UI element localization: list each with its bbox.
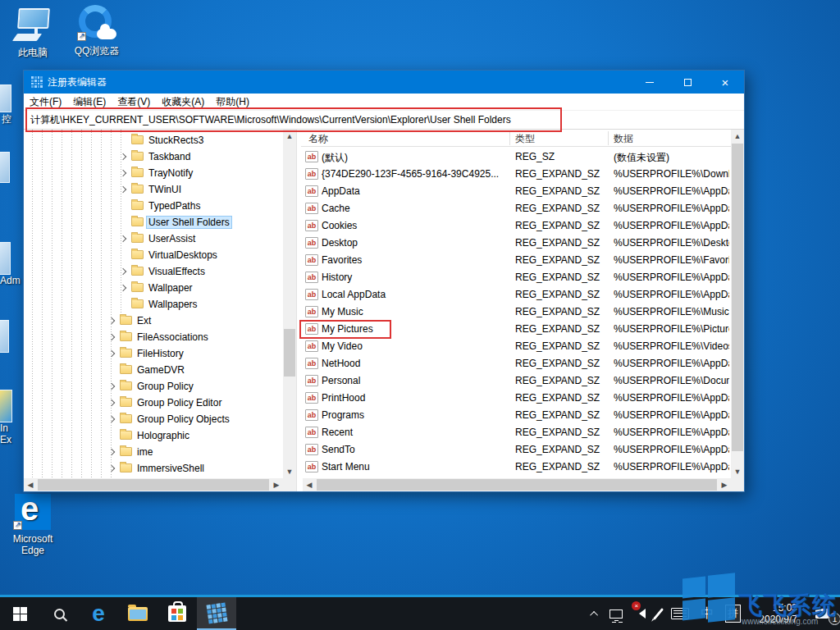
table-row[interactable]: abNetHoodREG_EXPAND_SZ%USERPROFILE%\AppD… xyxy=(301,355,731,372)
tree-item-label[interactable]: Wallpapers xyxy=(146,298,200,311)
table-row[interactable]: abHistoryREG_EXPAND_SZ%USERPROFILE%\AppD… xyxy=(301,269,731,286)
list-vertical-scrollbar[interactable]: ▲ ▼ xyxy=(731,130,744,478)
tree-item-label[interactable]: Holographic xyxy=(135,429,192,442)
network-button[interactable] xyxy=(604,597,628,630)
tree-item-label[interactable]: ime xyxy=(135,445,155,459)
ime-language-button[interactable]: 中 xyxy=(695,597,719,630)
value-name[interactable]: (默认) xyxy=(322,151,507,165)
tree-item[interactable]: GameDVR xyxy=(24,362,283,378)
table-row[interactable]: abSendToREG_EXPAND_SZ%USERPROFILE%\AppDa xyxy=(301,441,731,459)
taskbar-edge-button[interactable]: e xyxy=(79,597,118,630)
tree-item-label[interactable]: TrayNotify xyxy=(146,167,195,180)
scroll-right-icon[interactable]: ▶ xyxy=(270,478,283,491)
tree-item[interactable]: Group Policy xyxy=(24,378,283,395)
scroll-left-icon[interactable]: ◀ xyxy=(24,478,37,491)
value-name[interactable]: {374DE290-123F-4565-9164-39C4925... xyxy=(322,168,507,180)
expand-chevron-icon[interactable] xyxy=(120,235,126,242)
expand-chevron-icon[interactable] xyxy=(108,465,115,472)
clock[interactable]: 15:03 2020/9/7 xyxy=(746,597,810,630)
menu-item[interactable]: 查看(V) xyxy=(112,93,156,112)
maximize-button[interactable] xyxy=(669,71,706,94)
partial-desktop-icon[interactable]: Adm xyxy=(0,242,21,286)
table-row[interactable]: abFavoritesREG_EXPAND_SZ%USERPROFILE%\Fa… xyxy=(301,252,731,269)
expand-chevron-icon[interactable] xyxy=(108,350,115,357)
scroll-left-icon[interactable]: ◀ xyxy=(303,478,316,491)
tree-item-label[interactable]: Ext xyxy=(135,314,153,327)
tree-item[interactable]: TypedPaths xyxy=(24,198,283,214)
value-name[interactable]: My Video xyxy=(322,340,507,352)
start-button[interactable] xyxy=(0,597,39,630)
table-row[interactable]: abMy MusicREG_EXPAND_SZ%USERPROFILE%\Mus… xyxy=(301,304,731,321)
menu-item[interactable]: 编辑(E) xyxy=(67,93,112,112)
list-horizontal-scrollbar[interactable]: ◀ ▶ xyxy=(303,478,731,491)
tree-item[interactable]: VisualEffects xyxy=(24,263,283,280)
table-row[interactable]: ab{374DE290-123F-4565-9164-39C4925...REG… xyxy=(301,166,731,183)
tree-item-label[interactable]: User Shell Folders xyxy=(146,216,232,229)
value-name[interactable]: AppData xyxy=(322,185,507,197)
column-header-name[interactable]: 名称 xyxy=(308,132,328,146)
expand-chevron-icon[interactable] xyxy=(120,186,126,193)
tree-item[interactable]: UserAssist xyxy=(24,231,283,247)
expand-chevron-icon[interactable] xyxy=(108,317,115,324)
tree-item[interactable]: ImmersiveShell xyxy=(24,460,283,477)
tree-item-label[interactable]: Group Policy Editor xyxy=(135,396,224,409)
tree-item-label[interactable]: Group Policy xyxy=(135,380,196,393)
tree-item[interactable]: Wallpapers xyxy=(24,296,283,313)
value-name[interactable]: NetHood xyxy=(322,358,507,369)
tree-item-label[interactable]: FileAssociations xyxy=(135,331,211,344)
tray-expand-button[interactable] xyxy=(587,597,604,630)
value-name[interactable]: SendTo xyxy=(322,444,507,455)
table-row[interactable]: abPersonalREG_EXPAND_SZ%USERPROFILE%\Doc… xyxy=(301,372,731,390)
tree-item-label[interactable]: VirtualDesktops xyxy=(146,249,220,262)
close-button[interactable]: × xyxy=(706,71,744,94)
tree-item[interactable]: TrayNotify xyxy=(24,165,283,181)
tree-item-label[interactable]: Taskband xyxy=(146,150,193,163)
taskbar-regedit-button[interactable] xyxy=(197,597,236,630)
value-name[interactable]: Recent xyxy=(322,427,507,438)
table-row[interactable]: abRecentREG_EXPAND_SZ%USERPROFILE%\AppDa xyxy=(301,424,731,441)
table-row[interactable]: abLocal AppDataREG_EXPAND_SZ%USERPROFILE… xyxy=(301,286,731,304)
tree-item[interactable]: StuckRects3 xyxy=(24,132,283,148)
table-row[interactable]: ab(默认)REG_SZ(数值未设置) xyxy=(301,148,731,166)
partial-desktop-icon[interactable]: 控 xyxy=(0,84,18,126)
menu-item[interactable]: 帮助(H) xyxy=(210,93,255,112)
column-header-data[interactable]: 数据 xyxy=(614,132,633,146)
tree-item[interactable]: Taskband xyxy=(24,148,283,165)
tree-item[interactable]: VirtualDesktops xyxy=(24,247,283,263)
expand-chevron-icon[interactable] xyxy=(108,416,115,422)
tree-item[interactable]: FileHistory xyxy=(24,345,283,362)
partial-desktop-icon[interactable] xyxy=(0,152,10,183)
tree-item[interactable]: Group Policy Objects xyxy=(24,411,283,427)
value-name[interactable]: My Music xyxy=(322,306,507,317)
tree-item[interactable]: Ext xyxy=(24,313,283,329)
address-bar[interactable]: 计算机\HKEY_CURRENT_USER\SOFTWARE\Microsoft… xyxy=(24,111,744,130)
value-name[interactable]: Cookies xyxy=(322,220,507,231)
tree-item-label[interactable]: UserAssist xyxy=(146,232,198,245)
scroll-down-icon[interactable]: ▼ xyxy=(283,465,296,478)
touch-keyboard-button[interactable] xyxy=(665,597,695,630)
partial-desktop-icon[interactable] xyxy=(0,320,9,353)
tree-item-label[interactable]: TypedPaths xyxy=(146,199,203,212)
value-name[interactable]: Favorites xyxy=(322,254,507,266)
expand-chevron-icon[interactable] xyxy=(108,334,115,340)
tree-item-label[interactable]: ImmersiveShell xyxy=(135,462,207,475)
table-row[interactable]: abMy VideoREG_EXPAND_SZ%USERPROFILE%\Vid… xyxy=(301,338,731,355)
scroll-down-icon[interactable]: ▼ xyxy=(731,465,744,478)
table-row[interactable]: abCacheREG_EXPAND_SZ%USERPROFILE%\AppDa xyxy=(301,200,731,217)
tree-horizontal-scrollbar[interactable]: ◀ ▶ xyxy=(24,478,283,491)
scroll-right-icon[interactable]: ▶ xyxy=(718,478,731,491)
expand-chevron-icon[interactable] xyxy=(108,449,115,455)
tree-item-label[interactable]: GameDVR xyxy=(135,363,187,377)
desktop-icon-qq-browser[interactable]: QQ浏览器 xyxy=(66,5,128,58)
value-name[interactable]: Start Menu xyxy=(322,461,507,472)
ime-mode-button[interactable]: 拼 xyxy=(719,597,746,630)
tree-item[interactable]: FileAssociations xyxy=(24,329,283,345)
value-name[interactable]: Local AppData xyxy=(322,289,507,300)
partial-desktop-icon[interactable]: In Ex xyxy=(0,390,16,445)
minimize-button[interactable] xyxy=(631,71,669,94)
search-button[interactable] xyxy=(39,597,79,630)
table-row[interactable]: abAppDataREG_EXPAND_SZ%USERPROFILE%\AppD… xyxy=(301,183,731,200)
tree-item[interactable]: Wallpaper xyxy=(24,280,283,296)
expand-chevron-icon[interactable] xyxy=(108,399,115,406)
desktop-icon-this-pc[interactable]: 此电脑 xyxy=(2,7,64,60)
